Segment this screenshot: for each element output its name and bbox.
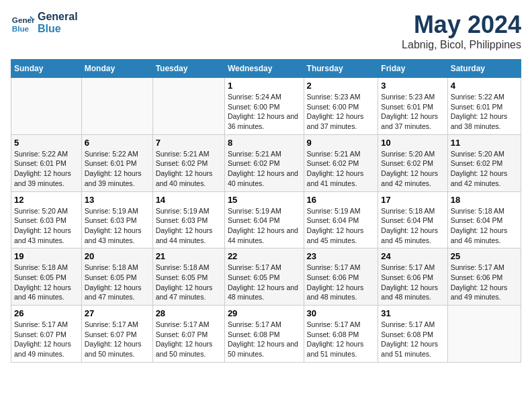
sunrise-text: Sunrise: 5:20 AMSunset: 6:02 PMDaylight:… <box>381 150 438 187</box>
col-header-thursday: Thursday <box>304 60 378 78</box>
calendar-cell: 1 Sunrise: 5:24 AMSunset: 6:00 PMDayligh… <box>224 78 304 135</box>
sunrise-text: Sunrise: 5:20 AMSunset: 6:02 PMDaylight:… <box>451 150 508 187</box>
main-title: May 2024 <box>402 11 521 39</box>
day-number: 12 <box>14 195 79 205</box>
calendar-cell: 2 Sunrise: 5:23 AMSunset: 6:00 PMDayligh… <box>304 78 378 135</box>
calendar-cell: 27 Sunrise: 5:17 AMSunset: 6:07 PMDaylig… <box>81 306 152 363</box>
day-number: 6 <box>85 138 150 148</box>
calendar-cell: 17 Sunrise: 5:18 AMSunset: 6:04 PMDaylig… <box>378 191 447 248</box>
sunrise-text: Sunrise: 5:17 AMSunset: 6:08 PMDaylight:… <box>307 320 364 358</box>
sunrise-text: Sunrise: 5:18 AMSunset: 6:04 PMDaylight:… <box>381 207 438 244</box>
calendar-cell: 25 Sunrise: 5:17 AMSunset: 6:06 PMDaylig… <box>447 248 521 306</box>
sunrise-text: Sunrise: 5:17 AMSunset: 6:06 PMDaylight:… <box>381 263 438 301</box>
calendar-cell: 22 Sunrise: 5:17 AMSunset: 6:05 PMDaylig… <box>224 248 304 306</box>
sunrise-text: Sunrise: 5:23 AMSunset: 6:01 PMDaylight:… <box>381 93 438 130</box>
subtitle: Labnig, Bicol, Philippines <box>402 39 521 51</box>
sunrise-text: Sunrise: 5:18 AMSunset: 6:04 PMDaylight:… <box>451 207 508 244</box>
sunrise-text: Sunrise: 5:18 AMSunset: 6:05 PMDaylight:… <box>14 263 71 301</box>
calendar-cell: 3 Sunrise: 5:23 AMSunset: 6:01 PMDayligh… <box>378 78 447 135</box>
day-number: 30 <box>307 308 375 318</box>
calendar-cell: 4 Sunrise: 5:22 AMSunset: 6:01 PMDayligh… <box>447 78 521 135</box>
calendar-cell: 19 Sunrise: 5:18 AMSunset: 6:05 PMDaylig… <box>11 248 82 306</box>
sunrise-text: Sunrise: 5:17 AMSunset: 6:06 PMDaylight:… <box>307 263 364 301</box>
calendar-cell <box>81 78 152 135</box>
day-number: 26 <box>14 308 79 318</box>
sunrise-text: Sunrise: 5:19 AMSunset: 6:03 PMDaylight:… <box>156 207 213 244</box>
col-header-tuesday: Tuesday <box>152 60 224 78</box>
svg-text:General: General <box>12 15 35 24</box>
calendar-cell: 30 Sunrise: 5:17 AMSunset: 6:08 PMDaylig… <box>304 306 378 363</box>
sunrise-text: Sunrise: 5:17 AMSunset: 6:08 PMDaylight:… <box>381 320 438 358</box>
col-header-saturday: Saturday <box>447 60 521 78</box>
calendar-cell <box>447 306 521 363</box>
day-number: 2 <box>307 81 375 91</box>
sunrise-text: Sunrise: 5:19 AMSunset: 6:03 PMDaylight:… <box>85 207 142 244</box>
calendar-cell: 15 Sunrise: 5:19 AMSunset: 6:04 PMDaylig… <box>224 191 304 248</box>
calendar-cell: 13 Sunrise: 5:19 AMSunset: 6:03 PMDaylig… <box>81 191 152 248</box>
calendar-cell: 5 Sunrise: 5:22 AMSunset: 6:01 PMDayligh… <box>11 134 82 191</box>
day-number: 9 <box>307 138 375 148</box>
calendar-cell: 9 Sunrise: 5:21 AMSunset: 6:02 PMDayligh… <box>304 134 378 191</box>
sunrise-text: Sunrise: 5:22 AMSunset: 6:01 PMDaylight:… <box>85 150 142 187</box>
sunrise-text: Sunrise: 5:24 AMSunset: 6:00 PMDaylight:… <box>228 93 298 130</box>
calendar-cell: 18 Sunrise: 5:18 AMSunset: 6:04 PMDaylig… <box>447 191 521 248</box>
day-number: 4 <box>451 81 518 91</box>
day-number: 5 <box>14 138 79 148</box>
day-number: 15 <box>228 195 301 205</box>
day-number: 18 <box>451 195 518 205</box>
sunrise-text: Sunrise: 5:20 AMSunset: 6:03 PMDaylight:… <box>14 207 71 244</box>
calendar-cell: 11 Sunrise: 5:20 AMSunset: 6:02 PMDaylig… <box>447 134 521 191</box>
logo-line2: Blue <box>38 23 78 35</box>
calendar-cell: 28 Sunrise: 5:17 AMSunset: 6:07 PMDaylig… <box>152 306 224 363</box>
day-number: 27 <box>85 308 150 318</box>
day-number: 22 <box>228 251 301 261</box>
calendar-cell <box>11 78 82 135</box>
day-number: 11 <box>451 138 518 148</box>
calendar-cell: 21 Sunrise: 5:18 AMSunset: 6:05 PMDaylig… <box>152 248 224 306</box>
calendar-cell: 12 Sunrise: 5:20 AMSunset: 6:03 PMDaylig… <box>11 191 82 248</box>
calendar-cell: 29 Sunrise: 5:17 AMSunset: 6:08 PMDaylig… <box>224 306 304 363</box>
day-number: 23 <box>307 251 375 261</box>
calendar-cell: 10 Sunrise: 5:20 AMSunset: 6:02 PMDaylig… <box>378 134 447 191</box>
day-number: 13 <box>85 195 150 205</box>
sunrise-text: Sunrise: 5:22 AMSunset: 6:01 PMDaylight:… <box>451 93 508 130</box>
col-header-wednesday: Wednesday <box>224 60 304 78</box>
sunrise-text: Sunrise: 5:17 AMSunset: 6:07 PMDaylight:… <box>85 320 142 358</box>
sunrise-text: Sunrise: 5:17 AMSunset: 6:07 PMDaylight:… <box>156 320 213 358</box>
logo-icon: General Blue <box>11 11 35 35</box>
day-number: 16 <box>307 195 375 205</box>
calendar-cell: 24 Sunrise: 5:17 AMSunset: 6:06 PMDaylig… <box>378 248 447 306</box>
sunrise-text: Sunrise: 5:17 AMSunset: 6:08 PMDaylight:… <box>228 320 298 358</box>
day-number: 17 <box>381 195 444 205</box>
col-header-sunday: Sunday <box>11 60 82 78</box>
day-number: 31 <box>381 308 444 318</box>
calendar-cell: 16 Sunrise: 5:19 AMSunset: 6:04 PMDaylig… <box>304 191 378 248</box>
sunrise-text: Sunrise: 5:21 AMSunset: 6:02 PMDaylight:… <box>228 150 298 187</box>
title-area: May 2024 Labnig, Bicol, Philippines <box>402 11 521 51</box>
calendar-table: SundayMondayTuesdayWednesdayThursdayFrid… <box>11 59 521 363</box>
logo-line1: General <box>38 11 78 23</box>
calendar-cell: 14 Sunrise: 5:19 AMSunset: 6:03 PMDaylig… <box>152 191 224 248</box>
col-header-monday: Monday <box>81 60 152 78</box>
header: General Blue General Blue May 2024 Labni… <box>11 11 521 51</box>
svg-text:Blue: Blue <box>12 24 30 33</box>
sunrise-text: Sunrise: 5:22 AMSunset: 6:01 PMDaylight:… <box>14 150 71 187</box>
calendar-cell: 8 Sunrise: 5:21 AMSunset: 6:02 PMDayligh… <box>224 134 304 191</box>
col-header-friday: Friday <box>378 60 447 78</box>
calendar-cell: 23 Sunrise: 5:17 AMSunset: 6:06 PMDaylig… <box>304 248 378 306</box>
sunrise-text: Sunrise: 5:19 AMSunset: 6:04 PMDaylight:… <box>228 207 298 244</box>
calendar-cell: 26 Sunrise: 5:17 AMSunset: 6:07 PMDaylig… <box>11 306 82 363</box>
sunrise-text: Sunrise: 5:21 AMSunset: 6:02 PMDaylight:… <box>156 150 213 187</box>
day-number: 7 <box>156 138 222 148</box>
day-number: 1 <box>228 81 301 91</box>
sunrise-text: Sunrise: 5:19 AMSunset: 6:04 PMDaylight:… <box>307 207 364 244</box>
day-number: 10 <box>381 138 444 148</box>
sunrise-text: Sunrise: 5:17 AMSunset: 6:05 PMDaylight:… <box>228 263 298 301</box>
sunrise-text: Sunrise: 5:17 AMSunset: 6:06 PMDaylight:… <box>451 263 508 301</box>
sunrise-text: Sunrise: 5:23 AMSunset: 6:00 PMDaylight:… <box>307 93 364 130</box>
day-number: 19 <box>14 251 79 261</box>
sunrise-text: Sunrise: 5:18 AMSunset: 6:05 PMDaylight:… <box>85 263 142 301</box>
day-number: 21 <box>156 251 222 261</box>
logo: General Blue General Blue <box>11 11 78 36</box>
day-number: 8 <box>228 138 301 148</box>
